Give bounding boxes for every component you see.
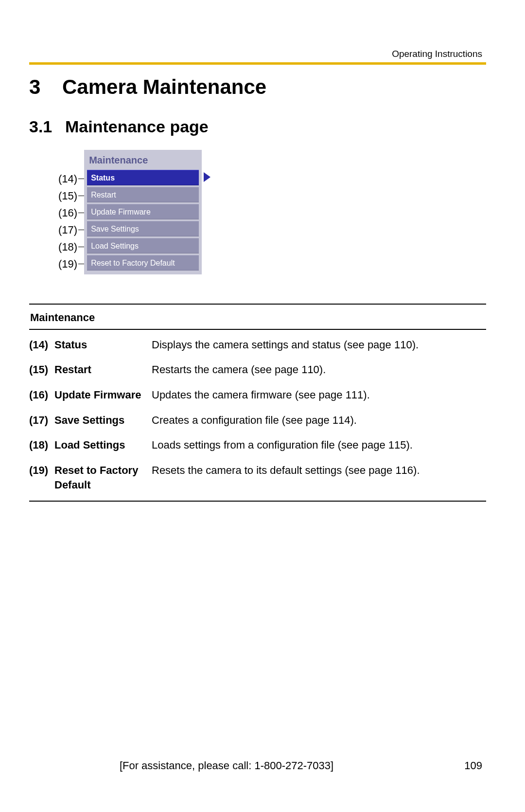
row-label: Restart [54, 362, 152, 377]
row-num: (17) [29, 413, 54, 428]
section-title: Camera Maintenance [62, 75, 266, 99]
row-num: (19) [29, 463, 54, 478]
table-row: (19) Reset to Factory Default Resets the… [29, 463, 486, 492]
section-heading: 3 Camera Maintenance [29, 75, 486, 99]
divider [29, 304, 486, 305]
divider-thin [29, 329, 486, 330]
row-num: (18) [29, 438, 54, 452]
triangle-right-icon [204, 172, 210, 182]
row-label: Update Firmware [54, 388, 152, 402]
row-num: (15) [29, 362, 54, 377]
callout-19: (19) [58, 255, 84, 272]
row-text: Restarts the camera (see page 110). [152, 362, 486, 377]
callout-17: (17) [58, 221, 84, 238]
menu-item-load-settings[interactable]: Load Settings [87, 238, 199, 253]
page-footer: [For assistance, please call: 1-800-272-… [0, 759, 525, 772]
menu-item-restart[interactable]: Restart [87, 187, 199, 202]
divider-gold [29, 62, 486, 65]
footer-page-number: 109 [453, 759, 482, 772]
footer-assist: [For assistance, please call: 1-800-272-… [0, 759, 453, 772]
callout-15: (15) [58, 187, 84, 204]
row-text: Displays the camera settings and status … [152, 338, 486, 352]
row-text: Resets the camera to its default setting… [152, 463, 486, 478]
callout-18: (18) [58, 238, 84, 255]
table-title: Maintenance [29, 311, 486, 324]
menu-title: Maintenance [87, 153, 199, 170]
menu-item-update-firmware[interactable]: Update Firmware [87, 204, 199, 219]
divider-end [29, 501, 486, 502]
callout-column: (14) (15) (16) (17) (18) (19) [58, 170, 84, 272]
table-row: (18) Load Settings Loads settings from a… [29, 438, 486, 452]
subsection-heading: 3.1 Maintenance page [29, 117, 486, 136]
callout-14: (14) [58, 170, 84, 187]
description-table: (14) Status Displays the camera settings… [29, 338, 486, 492]
subsection-title: Maintenance page [65, 117, 209, 136]
row-label: Save Settings [54, 413, 152, 428]
row-text: Loads settings from a configuration file… [152, 438, 486, 452]
row-text: Updates the camera firmware (see page 11… [152, 388, 486, 402]
callout-16: (16) [58, 204, 84, 221]
maintenance-menu-panel: Maintenance Status Restart Update Firmwa… [84, 150, 202, 274]
table-row: (14) Status Displays the camera settings… [29, 338, 486, 352]
table-row: (16) Update Firmware Updates the camera … [29, 388, 486, 402]
row-label: Status [54, 338, 152, 352]
header-label: Operating Instructions [29, 49, 486, 59]
row-label: Reset to Factory Default [54, 463, 152, 492]
row-num: (14) [29, 338, 54, 352]
menu-item-reset-factory[interactable]: Reset to Factory Default [87, 255, 199, 271]
subsection-number: 3.1 [29, 117, 65, 136]
menu-figure: (14) (15) (16) (17) (18) (19) Maintenanc… [58, 150, 486, 274]
section-number: 3 [29, 75, 62, 99]
menu-item-status[interactable]: Status [87, 170, 199, 185]
row-text: Creates a configuration file (see page 1… [152, 413, 486, 428]
table-row: (15) Restart Restarts the camera (see pa… [29, 362, 486, 377]
row-num: (16) [29, 388, 54, 402]
menu-item-save-settings[interactable]: Save Settings [87, 221, 199, 236]
table-row: (17) Save Settings Creates a configurati… [29, 413, 486, 428]
row-label: Load Settings [54, 438, 152, 452]
